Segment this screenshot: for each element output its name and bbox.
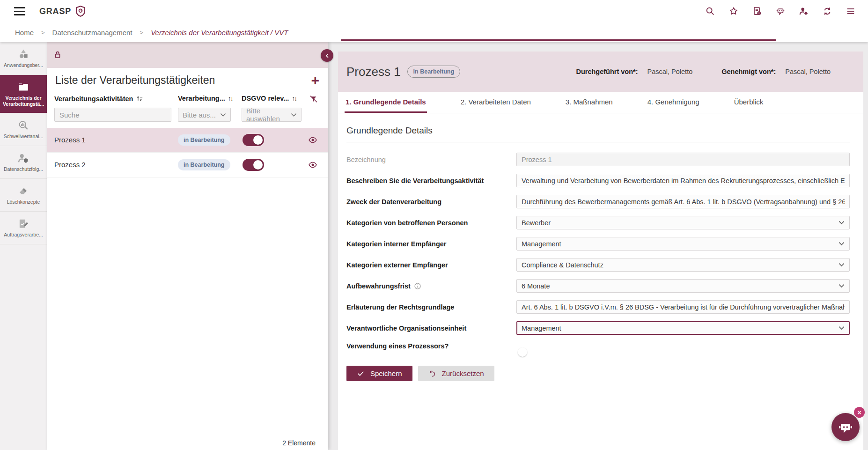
detail-title: Prozess 1 xyxy=(346,65,401,79)
sidebar-item-label: Anwendungsber... xyxy=(4,62,43,68)
chat-bot-icon[interactable] xyxy=(775,6,786,16)
sidebar-item-label: Schwellwertanal... xyxy=(4,133,44,140)
eye-icon[interactable] xyxy=(308,135,317,145)
list-icon[interactable] xyxy=(846,6,856,16)
process-detail-panel: Prozess 1 in Bearbeitung Durchgeführt vo… xyxy=(338,52,863,450)
toggle-knob xyxy=(253,160,263,170)
process-name: Prozess 1 xyxy=(54,136,86,144)
tab-verarbeiteten-daten[interactable]: 2. Verarbeiteten Daten xyxy=(460,92,532,113)
sync-icon[interactable] xyxy=(822,6,832,16)
eye-icon[interactable] xyxy=(308,160,317,170)
field-label-organisationseinheit: Verantwortliche Organisationseinheit xyxy=(346,325,516,332)
interne-empfaenger-select[interactable]: Management xyxy=(516,237,850,251)
dsgvo-toggle[interactable] xyxy=(243,134,264,146)
info-icon[interactable] xyxy=(414,282,421,290)
field-label-externe-empfaenger: Kategorien externer Empfänger xyxy=(346,261,516,269)
shield-logo-icon xyxy=(74,5,87,17)
externe-empfaenger-select[interactable]: Compliance & Datenschutz xyxy=(516,258,850,272)
tab-ueberblick[interactable]: Überblick xyxy=(733,92,765,113)
chevron-down-icon xyxy=(839,284,845,288)
sort-icon: ↑↓ xyxy=(228,95,233,102)
sidebar-item-label: Datenschutzfolg... xyxy=(4,166,43,172)
clear-filter-icon[interactable] xyxy=(309,95,318,104)
section-accent-line xyxy=(341,39,776,41)
eraser-icon xyxy=(17,185,29,197)
undo-icon xyxy=(428,369,436,377)
breadcrumb-home[interactable]: Home xyxy=(15,29,34,37)
field-label-verarbeitungsaktivitaet: Beschreiben Sie die Verarbeitungsaktivit… xyxy=(346,177,516,184)
star-icon[interactable] xyxy=(728,6,739,16)
breadcrumb-datenschutzmanagement[interactable]: Datenschutzmanagement xyxy=(52,29,132,37)
process-name: Prozess 2 xyxy=(54,161,86,169)
dsgvo-toggle[interactable] xyxy=(243,159,264,171)
top-bar: GRASP xyxy=(0,0,868,22)
list-title: Liste der Verarbeitungstätigkeiten xyxy=(55,74,215,87)
sidebar-item-label: Löschkonzepte xyxy=(7,199,40,205)
lock-icon xyxy=(52,50,63,60)
breadcrumb-separator: > xyxy=(140,29,144,36)
rechtsgrundlage-field[interactable] xyxy=(516,300,850,314)
field-label-zweck: Zweck der Datenverarbeitung xyxy=(346,198,516,206)
approved-by-label: Genehmigt von*: xyxy=(721,68,776,75)
tab-genehmigung[interactable]: 4. Genehmigung xyxy=(647,92,700,113)
performed-by-value: Pascal, Poletto xyxy=(647,68,693,75)
list-count: 2 Elemente xyxy=(282,439,316,447)
brand-text: GRASP xyxy=(39,7,71,16)
column-dsgvo-relevant[interactable]: DSGVO relev... ↑↓ xyxy=(242,95,296,102)
topbar-actions xyxy=(705,6,856,16)
breadcrumb-separator: > xyxy=(41,29,45,36)
user-settings-icon[interactable] xyxy=(799,6,809,16)
person-shield-icon xyxy=(17,152,29,164)
list-item-prozess-1[interactable]: Prozess 1 in Bearbeitung xyxy=(47,128,328,153)
approved-by-value: Pascal, Poletto xyxy=(785,68,831,75)
save-button[interactable]: Speichern xyxy=(346,366,412,381)
field-label-bezeichnung: Bezeichnung xyxy=(346,156,516,163)
app-logo[interactable]: GRASP xyxy=(39,5,87,17)
check-icon xyxy=(357,369,365,377)
status-filter-select[interactable]: Bitte aus... xyxy=(178,108,231,122)
list-column-headers: Verarbeitungsaktivitäten Verarbeitung...… xyxy=(47,95,328,107)
shapes-icon xyxy=(17,48,29,60)
threshold-magnifier-icon xyxy=(17,119,29,132)
detail-tabs: 1. Grundlegende Details 2. Verarbeiteten… xyxy=(338,92,863,113)
collapse-panel-button[interactable] xyxy=(321,49,333,62)
dsgvo-filter-select[interactable]: Bitte auswählen xyxy=(242,108,302,122)
sidebar-item-label: Auftragsverarbe... xyxy=(4,232,43,238)
section-title: Grundlegende Details xyxy=(346,125,850,136)
column-verarbeitungsstatus[interactable]: Verarbeitung... ↑↓ xyxy=(178,95,233,102)
search-input[interactable] xyxy=(54,108,171,122)
list-item-prozess-2[interactable]: Prozess 2 in Bearbeitung xyxy=(47,153,328,177)
chevron-down-icon xyxy=(839,326,845,330)
bezeichnung-field xyxy=(516,153,850,166)
sidebar-item-verzeichnis-verarbeitungstaetigkeit[interactable]: Verzeichnis der Verarbeitungstä... xyxy=(0,75,47,113)
field-label-rechtsgrundlage: Erläuterung der Rechtsgrundlage xyxy=(346,303,516,311)
add-process-button[interactable]: + xyxy=(311,74,319,88)
close-icon[interactable]: × xyxy=(854,407,865,418)
chevron-down-icon xyxy=(220,113,226,117)
search-icon[interactable] xyxy=(705,6,715,16)
chevron-down-icon xyxy=(839,221,845,225)
sidebar-item-auftragsverarbeitung[interactable]: Auftragsverarbe... xyxy=(0,212,47,244)
betroffene-personen-select[interactable]: Bewerber xyxy=(516,216,850,229)
sidebar-item-anwendungsbereich[interactable]: Anwendungsber... xyxy=(0,42,47,75)
tab-grundlegende-details[interactable]: 1. Grundlegende Details xyxy=(345,92,427,113)
aufbewahrungsfrist-select[interactable]: 6 Monate xyxy=(516,279,850,293)
chevron-down-icon xyxy=(839,242,845,246)
detail-status-badge: in Bearbeitung xyxy=(407,66,461,78)
column-verarbeitungsaktivitaeten[interactable]: Verarbeitungsaktivitäten xyxy=(54,95,144,103)
folder-icon xyxy=(17,81,29,93)
tab-massnahmen[interactable]: 3. Maßnahmen xyxy=(565,92,614,113)
hamburger-icon[interactable] xyxy=(14,7,25,15)
panel-lock-bar xyxy=(47,42,328,68)
chat-bot-icon xyxy=(838,420,853,435)
chat-bot-fab[interactable] xyxy=(831,413,860,441)
sidebar-item-schwellwertanalyse[interactable]: Schwellwertanal... xyxy=(0,113,47,146)
organisationseinheit-select[interactable]: Management xyxy=(516,321,850,335)
sidebar-item-loeschkonzepte[interactable]: Löschkonzepte xyxy=(0,179,47,212)
sidebar-item-datenschutzfolgeabschaetzung[interactable]: Datenschutzfolg... xyxy=(0,146,47,179)
report-info-icon[interactable] xyxy=(752,6,762,16)
verarbeitungsaktivitaet-field[interactable] xyxy=(516,174,850,187)
reset-button[interactable]: Zurücksetzen xyxy=(418,366,494,381)
sidebar-item-label: Verzeichnis der Verarbeitungstä... xyxy=(1,95,46,107)
zweck-field[interactable] xyxy=(516,195,850,208)
